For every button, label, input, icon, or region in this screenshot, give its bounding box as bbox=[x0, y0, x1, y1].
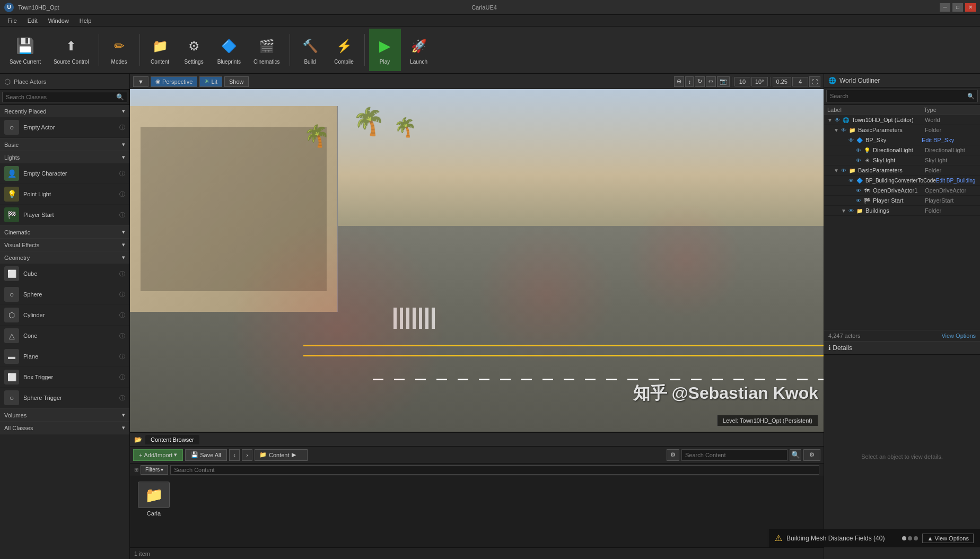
vp-maximize-btn[interactable]: ⛶ bbox=[809, 76, 820, 87]
view-options-btn[interactable]: View Options bbox=[941, 333, 976, 339]
cb-search-input[interactable] bbox=[681, 449, 788, 461]
col-type-header[interactable]: Type bbox=[924, 107, 977, 113]
launch-button[interactable]: 🚀 Launch bbox=[403, 29, 435, 71]
vp-tool-rotate[interactable]: ↻ bbox=[695, 76, 705, 87]
outliner-row-basic1[interactable]: ▼ 👁 📁 BasicParameters Folder bbox=[824, 125, 980, 135]
modes-label: Modes bbox=[111, 59, 127, 65]
cb-view-settings-button[interactable]: ⚙ bbox=[803, 449, 820, 461]
add-import-arrow: ▾ bbox=[174, 451, 177, 458]
maximize-button[interactable]: □ bbox=[952, 3, 963, 12]
view-options-notif-button[interactable]: ▲ View Options bbox=[922, 534, 974, 543]
menu-file[interactable]: File bbox=[2, 16, 22, 25]
cinematics-button[interactable]: 🎬 Cinematics bbox=[248, 29, 285, 71]
cb-search-button[interactable]: 🔍 bbox=[790, 449, 801, 461]
build-button[interactable]: 🔨 Build bbox=[294, 29, 326, 71]
volumes-header[interactable]: Volumes ▾ bbox=[0, 409, 129, 421]
empty-actor-item[interactable]: ○ Empty Actor ⓘ bbox=[0, 117, 129, 138]
basic-arrow: ▾ bbox=[122, 141, 125, 148]
player-start-item[interactable]: 🏁 Player Start ⓘ bbox=[0, 205, 129, 225]
save-current-button[interactable]: 💾 Save Current bbox=[4, 29, 46, 71]
sphere-item[interactable]: ○ Sphere ⓘ bbox=[0, 284, 129, 305]
search-classes-input[interactable] bbox=[2, 92, 127, 102]
viewport-3d[interactable]: 🌴 🌴 🌴 Level: Town10HD_Opt (Persistent) bbox=[130, 89, 824, 432]
lights-header[interactable]: Lights ▾ bbox=[0, 151, 129, 163]
vp-tool-select[interactable]: ⊕ bbox=[674, 76, 684, 87]
cb-path-label: Content bbox=[269, 452, 290, 458]
outliner-row-opendrive[interactable]: 👁 🗺 OpenDriveActor1 OpenDriveActor bbox=[824, 186, 980, 196]
outliner-icon-opendrive: 🗺 bbox=[863, 187, 871, 194]
outliner-row-basic2[interactable]: ▼ 👁 📁 BasicParameters Folder bbox=[824, 165, 980, 176]
outliner-type-playerstart: PlayerStart bbox=[925, 197, 978, 204]
outliner-row-bpbuilding[interactable]: 👁 🔷 BP_BuildingConverterToCode Edit BP_B… bbox=[824, 176, 980, 186]
cb-content: 📁 Carla bbox=[130, 476, 824, 547]
blueprints-button[interactable]: 🔷 Blueprints bbox=[212, 29, 246, 71]
menu-window[interactable]: Window bbox=[43, 16, 74, 25]
box-trigger-item[interactable]: ⬜ Box Trigger ⓘ bbox=[0, 367, 129, 388]
recently-placed-header[interactable]: Recently Placed ▾ bbox=[0, 105, 129, 117]
col-label-header[interactable]: Label bbox=[827, 107, 924, 113]
visual-effects-header[interactable]: Visual Effects ▾ bbox=[0, 239, 129, 251]
nav-forward-button[interactable]: › bbox=[242, 449, 252, 461]
modes-button[interactable]: ✏ Modes bbox=[103, 29, 135, 71]
menu-help[interactable]: Help bbox=[74, 16, 97, 25]
vp-tool-scale[interactable]: ⇔ bbox=[706, 76, 716, 87]
sphere-trigger-item[interactable]: ○ Sphere Trigger ⓘ bbox=[0, 388, 129, 408]
level-label: Level: Town10HD_Opt (Persistent) bbox=[717, 415, 818, 426]
cylinder-item[interactable]: ⬡ Cylinder ⓘ bbox=[0, 305, 129, 326]
point-light-item[interactable]: 💡 Point Light ⓘ bbox=[0, 184, 129, 205]
outliner-row-dirlight[interactable]: 👁 💡 DirectionalLight DirectionalLight bbox=[824, 145, 980, 155]
content-browser-header: 📂 Content Browser bbox=[130, 433, 824, 447]
save-current-label: Save Current bbox=[10, 59, 41, 65]
source-control-button[interactable]: ⬆ Source Control bbox=[48, 29, 94, 71]
filter-search-input[interactable] bbox=[170, 465, 819, 475]
play-button[interactable]: ▶ Play bbox=[369, 29, 401, 71]
cb-settings-button[interactable]: ⚙ bbox=[667, 449, 679, 461]
vp-show-btn[interactable]: Show bbox=[224, 76, 249, 87]
outliner-row-buildings[interactable]: ▼ 👁 📁 Buildings Folder bbox=[824, 206, 980, 216]
vp-sep-2 bbox=[770, 77, 771, 86]
geometry-label: Geometry bbox=[4, 255, 30, 261]
geometry-header[interactable]: Geometry ▾ bbox=[0, 251, 129, 264]
carla-folder[interactable]: 📁 Carla bbox=[135, 482, 172, 542]
cube-item[interactable]: ⬜ Cube ⓘ bbox=[0, 264, 129, 284]
nav-back-button[interactable]: ‹ bbox=[229, 449, 240, 461]
outliner-expand-basic2: ▼ bbox=[833, 168, 840, 173]
main-layout: 💾 Save Current ⬆ Source Control ✏ Modes … bbox=[0, 27, 980, 559]
viewport-area: ▼ ◉ Perspective ☀ Lit Show ⊕ bbox=[130, 74, 824, 432]
cube-info: ⓘ bbox=[119, 270, 125, 278]
outliner-row-playerstart[interactable]: 👁 🏁 Player Start PlayerStart bbox=[824, 196, 980, 206]
basic-header[interactable]: Basic ▾ bbox=[0, 138, 129, 151]
empty-character-item[interactable]: 👤 Empty Character ⓘ bbox=[0, 163, 129, 184]
outliner-edit-bpbuilding[interactable]: Edit BP_Building bbox=[936, 178, 978, 184]
plane-item[interactable]: ▬ Plane ⓘ bbox=[0, 346, 129, 367]
outliner-row-skylight[interactable]: 👁 ☀ SkyLight SkyLight bbox=[824, 155, 980, 165]
minimize-button[interactable]: ─ bbox=[940, 3, 950, 12]
add-import-button[interactable]: + Add/Import ▾ bbox=[133, 449, 183, 461]
outliner-expand-world: ▼ bbox=[826, 117, 834, 123]
vp-tool-cam[interactable]: 📷 bbox=[717, 76, 730, 87]
outliner-edit-bpsky[interactable]: Edit BP_Sky bbox=[922, 137, 978, 143]
vp-lit-btn[interactable]: ☀ Lit bbox=[199, 76, 222, 87]
outliner-vis-playerstart: 👁 bbox=[855, 198, 862, 204]
settings-button[interactable]: ⚙ Settings bbox=[178, 29, 210, 71]
compile-button[interactable]: ⚡ Compile bbox=[328, 29, 360, 71]
outliner-row-bpsky[interactable]: 👁 🔷 BP_Sky Edit BP_Sky bbox=[824, 135, 980, 145]
cinematic-header[interactable]: Cinematic ▾ bbox=[0, 226, 129, 238]
filters-button[interactable]: Filters ▾ bbox=[141, 465, 168, 475]
empty-character-info: ⓘ bbox=[119, 170, 125, 178]
menu-edit[interactable]: Edit bbox=[22, 16, 43, 25]
outliner-search-input[interactable] bbox=[826, 90, 978, 102]
cone-item[interactable]: △ Cone ⓘ bbox=[0, 326, 129, 346]
vp-perspective-icon: ◉ bbox=[155, 78, 161, 85]
close-button[interactable]: ✕ bbox=[965, 3, 976, 12]
outliner-row-world[interactable]: ▼ 👁 🌐 Town10HD_Opt (Editor) World bbox=[824, 115, 980, 125]
vp-scale-num: 0.25 bbox=[773, 77, 791, 86]
content-browser-tab[interactable]: Content Browser bbox=[145, 435, 199, 444]
all-classes-header[interactable]: All Classes ▾ bbox=[0, 422, 129, 434]
title-bar: U Town10HD_Opt CarlaUE4 ─ □ ✕ bbox=[0, 0, 980, 15]
vp-tool-move[interactable]: ↕ bbox=[685, 76, 694, 87]
vp-arrow-btn[interactable]: ▼ bbox=[133, 76, 148, 87]
save-all-button[interactable]: 💾 Save All bbox=[185, 449, 227, 461]
vp-perspective-btn[interactable]: ◉ Perspective bbox=[151, 76, 197, 87]
content-button[interactable]: 📁 Content bbox=[144, 29, 176, 71]
